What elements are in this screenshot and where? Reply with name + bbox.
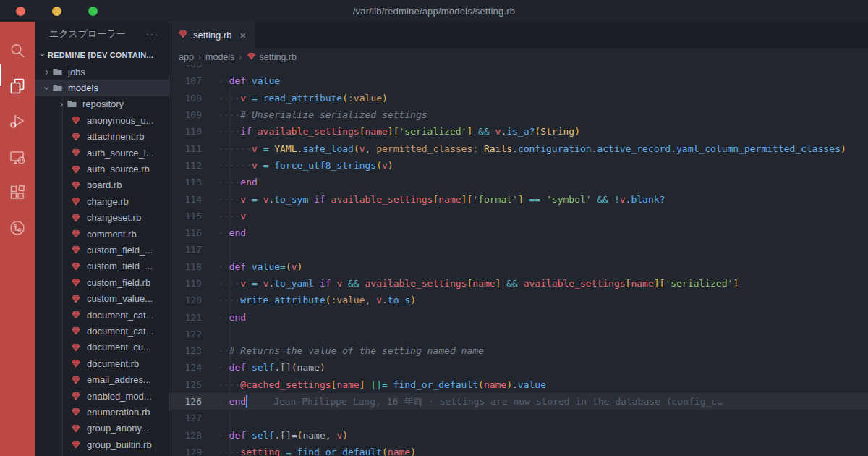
tree-item-document-rb[interactable]: document.rb — [35, 355, 169, 371]
tree-item-label: document.rb — [87, 358, 139, 369]
code-line-116[interactable]: 116··end — [169, 224, 868, 241]
tree-item-label: custom_field.rb — [87, 277, 150, 288]
tree-item-enabled-mod-[interactable]: enabled_mod... — [35, 388, 169, 404]
line-number[interactable]: 106 — [169, 65, 218, 69]
code-text: ····# Unserialize serialized settings — [218, 109, 427, 120]
close-button[interactable] — [16, 7, 25, 16]
code-line-122[interactable]: 122 — [169, 326, 868, 342]
tree-item-group-builtin-rb[interactable]: group_builtin.rb — [35, 436, 169, 452]
extensions-icon[interactable] — [9, 184, 26, 201]
tree-item-anonymous-u-[interactable]: anonymous_u... — [35, 112, 169, 128]
tree-item-changeset-rb[interactable]: changeset.rb — [35, 210, 169, 226]
line-number[interactable]: 110 — [169, 126, 218, 137]
code-line-121[interactable]: 121··end — [169, 308, 868, 325]
line-number[interactable]: 120 — [169, 295, 218, 305]
code-line-124[interactable]: 124··def self.[](name) — [169, 359, 868, 376]
line-number[interactable]: 129 — [169, 447, 218, 456]
tree-item-models[interactable]: › models — [35, 80, 169, 96]
tree-item-auth-source-rb[interactable]: auth_source.rb — [35, 161, 169, 177]
code-line-126[interactable]: 126··endJean-Philippe Lang, 16 年前 · sett… — [169, 393, 868, 410]
ruby-file-icon — [71, 195, 82, 207]
code-line-128[interactable]: 128··def self.[]=(name, v) — [169, 427, 868, 444]
tree-item-custom-field-[interactable]: custom_field_... — [35, 242, 169, 258]
code-line-127[interactable]: 127 — [169, 410, 868, 426]
close-icon[interactable]: × — [239, 29, 246, 41]
code-line-113[interactable]: 113····end — [169, 174, 868, 190]
line-number[interactable]: 119 — [169, 278, 218, 289]
line-number[interactable]: 118 — [169, 261, 218, 272]
line-number[interactable]: 125 — [169, 379, 218, 390]
tree-item-enumeration-rb[interactable]: enumeration.rb — [35, 404, 169, 420]
tree-item-document-cat-[interactable]: document_cat... — [35, 307, 169, 323]
zoom-button[interactable] — [88, 7, 98, 16]
line-number[interactable]: 115 — [169, 211, 218, 221]
line-number[interactable]: 109 — [169, 109, 218, 120]
code-text: ······v = force_utf8_strings(v) — [218, 160, 393, 171]
tree-item-document-cu-[interactable]: document_cu... — [35, 339, 169, 355]
code-text: ····setting = find_or_default(name) — [218, 447, 416, 456]
line-number[interactable]: 124 — [169, 362, 218, 373]
code-line-114[interactable]: 114····v = v.to_sym if available_setting… — [169, 190, 868, 207]
ruby-file-icon — [71, 276, 82, 288]
tree-item-jobs[interactable]: › jobs — [35, 64, 169, 80]
tree-item-custom-field-rb[interactable]: custom_field.rb — [35, 274, 169, 290]
tree-item-auth-source-l-[interactable]: auth_source_l... — [35, 145, 169, 161]
code-line-117[interactable]: 117 — [169, 241, 868, 258]
window-title: /var/lib/redmine/app/models/setting.rb — [353, 6, 515, 17]
tree-item-attachment-rb[interactable]: attachment.rb — [35, 129, 169, 145]
code-line-109[interactable]: 109····# Unserialize serialized settings — [169, 106, 868, 123]
tree-item-change-rb[interactable]: change.rb — [35, 193, 169, 209]
line-number[interactable]: 107 — [169, 75, 218, 86]
tree-item-custom-field-[interactable]: custom_field_... — [35, 258, 169, 274]
tree-item-comment-rb[interactable]: comment.rb — [35, 226, 169, 242]
line-number[interactable]: 128 — [169, 430, 218, 441]
ruby-file-icon — [71, 261, 82, 272]
tree-item-custom-value-[interactable]: custom_value... — [35, 290, 169, 306]
line-number[interactable]: 113 — [169, 177, 218, 187]
line-number[interactable]: 116 — [169, 227, 218, 238]
line-number[interactable]: 114 — [169, 194, 218, 205]
code-line-125[interactable]: 125····@cached_settings[name] ||= find_o… — [169, 376, 868, 393]
code-line-107[interactable]: 107··def value — [169, 72, 868, 89]
tree-item-board-rb[interactable]: board.rb — [35, 177, 169, 193]
code-line-129[interactable]: 129····setting = find_or_default(name) — [169, 444, 868, 456]
run-debug-icon[interactable] — [9, 113, 26, 130]
line-number[interactable]: 127 — [169, 413, 218, 423]
source-control-graph-icon[interactable] — [9, 219, 26, 237]
ruby-file-icon — [71, 131, 82, 143]
workspace-section-header[interactable]: › REDMINE [DEV CONTAIN... — [35, 46, 169, 64]
code-line-119[interactable]: 119····v = v.to_yaml if v && available_s… — [169, 275, 868, 292]
search-icon[interactable] — [9, 42, 26, 59]
line-number[interactable]: 117 — [169, 244, 218, 255]
code-editor[interactable]: 106107··def value108····v = read_attribu… — [169, 65, 868, 456]
tab-setting-rb[interactable]: setting.rb × — [169, 22, 255, 48]
line-number[interactable]: 126 — [169, 396, 218, 407]
minimize-button[interactable] — [52, 7, 61, 16]
line-number[interactable]: 122 — [169, 329, 218, 339]
line-number[interactable]: 123 — [169, 345, 218, 356]
explorer-icon[interactable] — [9, 77, 26, 95]
tree-item-label: custom_value... — [87, 293, 153, 304]
line-number[interactable]: 108 — [169, 93, 218, 104]
tree-item-document-cat-[interactable]: document_cat... — [35, 323, 169, 339]
code-line-118[interactable]: 118··def value=(v) — [169, 258, 868, 275]
breadcrumb-item-file[interactable]: setting.rb — [247, 51, 297, 63]
code-line-112[interactable]: 112······v = force_utf8_strings(v) — [169, 157, 868, 174]
tree-item-group-anony-[interactable]: group_anony... — [35, 421, 169, 436]
breadcrumb-item-models[interactable]: models — [205, 52, 234, 62]
line-number[interactable]: 112 — [169, 160, 218, 171]
code-line-115[interactable]: 115····v — [169, 208, 868, 224]
code-line-120[interactable]: 120····write_attribute(:value, v.to_s) — [169, 292, 868, 308]
tree-item-email-addres-[interactable]: email_addres... — [35, 371, 169, 387]
remote-explorer-icon[interactable] — [9, 148, 26, 166]
tree-item-repository[interactable]: › repository — [35, 96, 169, 112]
line-number[interactable]: 111 — [169, 143, 218, 154]
code-line-108[interactable]: 108····v = read_attribute(:value) — [169, 90, 868, 106]
breadcrumb-item-app[interactable]: app — [179, 52, 194, 62]
code-line-123[interactable]: 123··# Returns the value of the setting … — [169, 342, 868, 359]
line-number[interactable]: 121 — [169, 312, 218, 323]
more-actions-icon[interactable]: ··· — [146, 28, 158, 40]
code-line-106[interactable]: 106 — [169, 65, 868, 72]
code-line-111[interactable]: 111······v = YAML.safe_load(v, permitted… — [169, 140, 868, 156]
code-line-110[interactable]: 110····if available_settings[name]['seri… — [169, 123, 868, 140]
